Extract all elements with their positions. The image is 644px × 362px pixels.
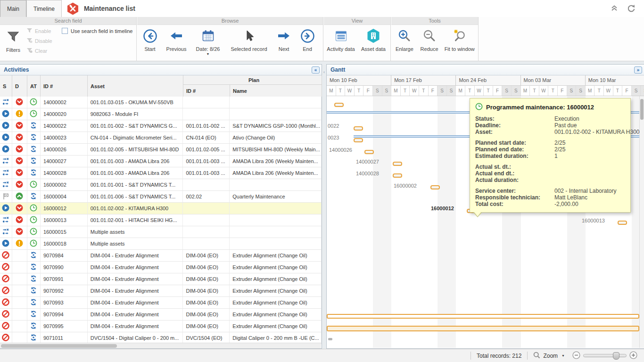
column-header-at[interactable]: AT [27, 75, 41, 97]
day-header: W [604, 86, 613, 96]
reduce-button[interactable]: Reduce [418, 25, 441, 59]
table-row[interactable]: 16000018Multiple assets [0, 238, 322, 250]
gantt-bar-14000002[interactable] [334, 103, 344, 107]
clear-filter-button[interactable]: Clear [26, 48, 52, 54]
disable-filter-button[interactable]: Disable [26, 38, 52, 44]
panel-splitter[interactable]: ‹ [322, 64, 326, 349]
cell-plan-name: Extruder Alignment (Change Oil) [230, 273, 322, 285]
table-row[interactable]: 140000209082063 - Module FI [0, 108, 322, 120]
gantt-bar-14000028[interactable] [393, 173, 402, 178]
cell-plan-id [183, 238, 230, 249]
table-row[interactable]: 16000004001.01.01-006 - S&T DYNAMICS T..… [0, 191, 322, 203]
cell-asset: 001.01.01-003 - AMADA Libra 206 [88, 156, 183, 167]
day-header: S [502, 86, 512, 96]
gantt-vertical-scrollbar[interactable] [639, 96, 644, 348]
tab-timeline[interactable]: Timeline [26, 0, 62, 17]
tab-main[interactable]: Main [0, 0, 26, 17]
start-button[interactable]: Start [137, 25, 163, 59]
zoom-slider-handle[interactable] [613, 352, 619, 360]
activities-panel: Activities « S D AT ID # Asset Plan ID #… [0, 64, 322, 349]
table-row[interactable]: 14000026001.01.02-005 - MITSUBISHI MH-80… [0, 144, 322, 156]
cell-id: 16000015 [41, 226, 88, 238]
table-row[interactable]: 14000027001.01.01-003 - AMADA Libra 2060… [0, 156, 322, 167]
expand-gantt-button[interactable]: » [634, 66, 642, 74]
date-button[interactable]: Date: 8/26 ▼ [190, 25, 226, 59]
zoom-in-button[interactable] [629, 351, 637, 361]
filters-button[interactable]: Filters [2, 26, 25, 60]
column-header-plan-name[interactable]: Name [230, 85, 322, 97]
column-header-s[interactable]: S [0, 75, 12, 97]
table-row[interactable]: 9070993DIM-004 - Extruder AlignmentDIM-0… [0, 297, 322, 309]
gantt-bar-14000027[interactable] [393, 162, 402, 166]
table-row[interactable]: 14000028001.01.01-003 - AMADA Libra 2060… [0, 167, 322, 179]
gantt-bar-14000023[interactable] [354, 138, 363, 142]
table-row[interactable]: 9070995DIM-004 - Extruder AlignmentDIM-0… [0, 321, 322, 332]
day-header: T [465, 86, 475, 96]
selected-record-button[interactable]: Selected record [226, 25, 272, 59]
zoom-dropdown[interactable]: Zoom ▼ [533, 352, 565, 360]
day-header: M [521, 86, 530, 96]
next-button[interactable]: Next [272, 25, 296, 59]
tooltip-field-label: Planned start date: [475, 140, 554, 146]
splitter-collapse-icon[interactable]: ‹ [323, 70, 325, 349]
ribbon-group-browse: Browse Start Previous [137, 17, 323, 61]
day-header: T [594, 86, 604, 96]
enlarge-button[interactable]: Enlarge [391, 25, 418, 59]
column-header-id[interactable]: ID # [41, 75, 88, 97]
table-row[interactable]: 9070990DIM-004 - Extruder AlignmentDIM-0… [0, 262, 322, 273]
gantt-bar-14000022[interactable] [354, 126, 363, 131]
column-header-plan[interactable]: Plan [183, 75, 322, 85]
use-search-field-label: Use search field in timeline [71, 28, 132, 34]
activity-data-button[interactable]: Activity data [324, 25, 358, 59]
priority-down-icon [16, 122, 23, 130]
gantt-bar-16000013[interactable] [618, 221, 627, 225]
week-header: Mon 24 Feb [456, 75, 520, 86]
date-label: Date: 8/26 [196, 46, 220, 52]
fit-to-window-button[interactable]: Fit to window [441, 25, 478, 59]
gantt-bar-9070995[interactable] [327, 314, 639, 319]
gantt-chart[interactable]: 0022002314000026140000271400002816000002… [327, 96, 644, 348]
table-row[interactable]: 16000002001.01.01-001 - S&T DYNAMICS T..… [0, 179, 322, 191]
table-row[interactable]: 16000015Multiple assets [0, 226, 322, 238]
gantt-bar-9071011[interactable] [327, 326, 639, 331]
asset-data-button[interactable]: Asset data [358, 25, 389, 59]
cell-plan-name: Ativo (Change Oil) [230, 132, 322, 143]
ribbon-tabs: Main Timeline [0, 0, 62, 17]
date-dropdown-caret-icon[interactable]: ▼ [206, 53, 210, 56]
column-header-d[interactable]: D [12, 75, 27, 97]
enable-filter-button[interactable]: Enable [26, 28, 52, 34]
cell-plan-name [230, 226, 322, 238]
table-row[interactable]: 9070991DIM-004 - Extruder AlignmentDIM-0… [0, 273, 322, 285]
vertical-scrollbar-thumb[interactable] [640, 99, 644, 120]
cell-plan-id: DIM-004 (EO) [183, 297, 230, 308]
gantt-mini-scroll-thumb[interactable] [328, 338, 332, 340]
cell-plan-id: DIM-004 (EO) [183, 262, 230, 273]
collapse-ribbon-icon[interactable] [611, 5, 618, 12]
gantt-bar-14000026[interactable] [364, 150, 374, 154]
gantt-bar-16000002[interactable] [430, 185, 440, 189]
end-button[interactable]: End [296, 25, 319, 59]
previous-button[interactable]: Previous [163, 25, 190, 59]
table-row[interactable]: 9070984DIM-004 - Extruder AlignmentDIM-0… [0, 250, 322, 262]
zoom-out-button[interactable] [572, 351, 580, 361]
activities-horizontal-scrollbar[interactable] [0, 343, 321, 348]
column-header-asset[interactable]: Asset [88, 75, 183, 97]
table-row[interactable]: 16000013001.01.02-001 - HITACHI SEIKI HG… [0, 214, 322, 226]
cell-asset: 001.01.02-001 - HITACHI SEIKI HG... [88, 214, 183, 226]
collapse-activities-button[interactable]: « [312, 66, 320, 74]
tooltip-field-label: Service center: [475, 188, 554, 194]
zoom-slider[interactable] [583, 354, 627, 357]
table-row[interactable]: 16000012001.01.02-002 - KITAMURA H300 [0, 203, 322, 214]
horizontal-scrollbar-thumb[interactable] [1, 344, 117, 348]
refresh-icon[interactable] [627, 4, 636, 14]
table-row[interactable]: 9070992DIM-004 - Extruder AlignmentDIM-0… [0, 285, 322, 297]
cell-id: 14000028 [41, 167, 88, 179]
page-title: Maintenance list [84, 5, 135, 12]
table-row[interactable]: 9070994DIM-004 - Extruder AlignmentDIM-0… [0, 309, 322, 321]
use-search-field-checkbox[interactable] [62, 28, 68, 34]
column-header-plan-id[interactable]: ID # [183, 85, 230, 97]
table-row[interactable]: 14000002001.01.03-015 - OKUMA MV-550VB [0, 97, 322, 108]
table-row[interactable]: 14000023CN-014 - Digimatic Micrometer Se… [0, 132, 322, 144]
table-row[interactable]: 14000022001.01.01-002 - S&T DYNAMICS G..… [0, 120, 322, 132]
previous-arrow-icon [170, 27, 183, 44]
